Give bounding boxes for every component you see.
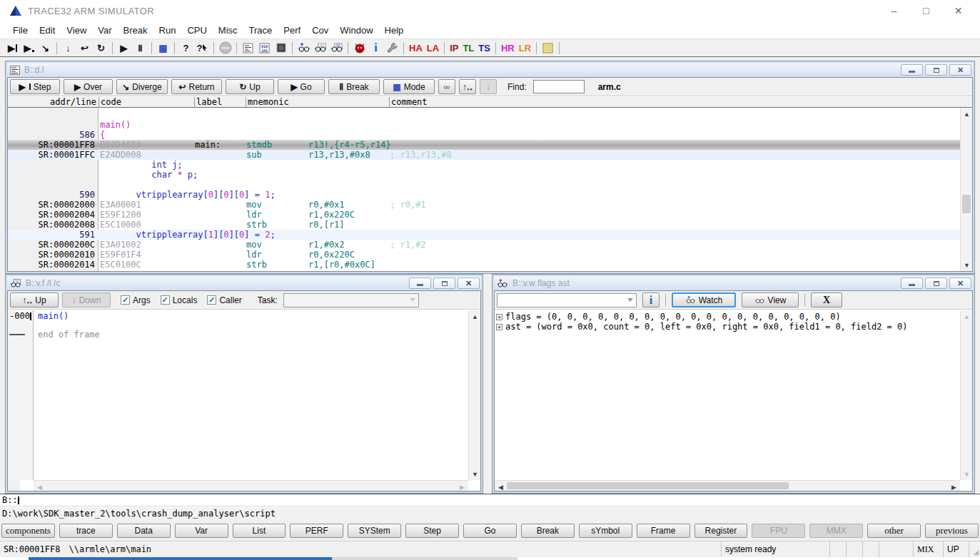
listing-row[interactable]: SR:0000200CE3A01002movr1,#0x2; r1,#2 xyxy=(8,240,960,250)
watch-content[interactable]: +flags = (0, 0, 0, 0, 0, 0, 0, 0, 0, 0, … xyxy=(495,310,960,480)
softkey-var[interactable]: Var xyxy=(175,524,228,538)
frame-hscrollbar[interactable]: ◀ ▶ xyxy=(34,480,468,491)
delete-watch-button[interactable]: X xyxy=(811,292,842,307)
menu-item-run[interactable]: Run xyxy=(153,23,182,38)
scroll-up-icon[interactable]: ▲ xyxy=(961,310,973,322)
softkey-system[interactable]: SYStem xyxy=(348,524,401,538)
listing-row[interactable]: 590 vtripplearray[0][0][0] = 1; xyxy=(8,190,960,200)
menu-item-window[interactable]: Window xyxy=(334,23,378,38)
menu-item-file[interactable]: File xyxy=(7,23,34,38)
scroll-left-icon[interactable]: ◀ xyxy=(34,481,46,492)
view-stack-icon[interactable] xyxy=(328,41,345,56)
grid-icon[interactable] xyxy=(540,41,556,56)
view-button[interactable]: View xyxy=(742,292,799,307)
la-button[interactable]: LA xyxy=(425,43,441,54)
ts-button[interactable]: TS xyxy=(476,43,492,54)
listing-over-button[interactable]: ▶Over xyxy=(64,79,113,94)
listing-diverge-button[interactable]: ↘Diverge xyxy=(116,79,168,94)
expand-plus-icon[interactable]: + xyxy=(496,314,502,320)
frame-window-titlebar[interactable]: B::v.f /l /c ✕ xyxy=(7,276,481,290)
status-updown-cell[interactable]: UP xyxy=(944,541,969,557)
context-help-icon[interactable]: ? xyxy=(194,41,211,56)
chip-icon[interactable] xyxy=(273,41,289,56)
scroll-right-icon[interactable]: ▶ xyxy=(456,481,468,492)
listing-row[interactable]: int j; xyxy=(8,160,960,170)
step-into-icon[interactable]: ▶ xyxy=(4,41,21,56)
resize-grip[interactable]: ◢ xyxy=(969,541,980,557)
watch-add-icon[interactable] xyxy=(295,41,312,56)
scroll-down-icon[interactable]: ▼ xyxy=(961,468,973,480)
view-var-icon[interactable] xyxy=(312,41,328,56)
listing-goup-button[interactable]: ↑‥ xyxy=(459,79,476,94)
listing-row[interactable]: SR:00002014E5C0100Cstrbr1,[r0,#0x0C] xyxy=(8,260,960,270)
softkey-go[interactable]: Go xyxy=(463,524,517,538)
listing-up-button[interactable]: ↻Up xyxy=(226,79,274,94)
frame-up-button[interactable]: ↑‥Up xyxy=(10,292,59,307)
softkey-step[interactable]: Step xyxy=(405,524,459,538)
watch-window-titlebar[interactable]: B::v.w flags ast ✕ xyxy=(494,276,973,290)
step-over-icon[interactable]: ▶ xyxy=(21,41,37,56)
menu-item-view[interactable]: View xyxy=(61,23,92,38)
listing-window-titlebar[interactable]: B::d.l ✕ xyxy=(7,63,973,77)
softkey-register[interactable]: Register xyxy=(694,524,748,538)
scroll-down-icon[interactable]: ▼ xyxy=(961,259,973,271)
menu-item-cpu[interactable]: CPU xyxy=(181,23,212,38)
scroll-up-icon[interactable]: ▲ xyxy=(469,310,481,322)
expression-combobox[interactable] xyxy=(497,293,637,307)
breakpoint-list-icon[interactable] xyxy=(351,41,368,56)
listing-vscrollbar[interactable]: ▲ ▼ xyxy=(960,108,972,271)
scroll-right-icon[interactable]: ▶ xyxy=(948,481,960,492)
scroll-up-icon[interactable]: ▲ xyxy=(961,108,973,120)
command-input-line[interactable]: B:: xyxy=(0,494,980,506)
listing-row[interactable]: 591 vtripplearray[1][0][0] = 2; xyxy=(8,230,960,240)
frame-restore-button[interactable] xyxy=(433,278,455,289)
tl-button[interactable]: TL xyxy=(460,43,476,54)
softkey-perf[interactable]: PERF xyxy=(290,524,343,538)
listing-row[interactable]: 586{ xyxy=(8,130,960,140)
softkey-symbol[interactable]: sYmbol xyxy=(579,524,632,538)
frame-content[interactable]: -000main()end of frame xyxy=(8,310,468,480)
step-down-icon[interactable]: ↓ xyxy=(60,41,76,56)
lr-button[interactable]: LR xyxy=(517,43,533,54)
listing-return-button[interactable]: ↩Return xyxy=(171,79,222,94)
close-button[interactable]: ✕ xyxy=(942,0,974,21)
listing-break-button[interactable]: ⅡBreak xyxy=(328,79,380,94)
softkey-trace[interactable]: trace xyxy=(59,524,113,538)
watch-minimize-button[interactable] xyxy=(901,278,923,289)
watch-info-button[interactable]: i xyxy=(642,292,660,307)
menu-item-var[interactable]: Var xyxy=(92,23,117,38)
listing-close-button[interactable]: ✕ xyxy=(949,64,971,76)
listing-restore-button[interactable] xyxy=(925,64,947,76)
scroll-thumb[interactable] xyxy=(962,195,971,213)
scroll-thumb[interactable] xyxy=(507,482,789,489)
softkey-frame[interactable]: Frame xyxy=(637,524,690,538)
softkey-break[interactable]: Break xyxy=(521,524,575,538)
help-icon[interactable]: ? xyxy=(178,41,194,56)
watch-restore-button[interactable] xyxy=(925,278,947,289)
scroll-down-icon[interactable]: ▼ xyxy=(469,468,481,480)
mode-icon[interactable]: ▦ xyxy=(155,41,171,56)
list-icon[interactable] xyxy=(240,41,256,56)
watch-vscrollbar[interactable]: ▲ ▼ xyxy=(960,310,972,480)
softkey-components[interactable]: components xyxy=(1,524,55,538)
tools-icon[interactable] xyxy=(384,41,400,56)
listing-row[interactable] xyxy=(8,110,960,120)
step-diverge-icon[interactable]: ↘ xyxy=(37,41,54,56)
softkey-list[interactable]: List xyxy=(233,524,286,538)
watch-hscrollbar[interactable]: ◀ ▶ xyxy=(495,480,960,491)
step-return-icon[interactable]: ↩ xyxy=(76,41,93,56)
listing-row[interactable]: SR:00002008E5C10000strbr0,[r1] xyxy=(8,220,960,230)
softkey-other[interactable]: other xyxy=(867,524,921,538)
frame-minimize-button[interactable] xyxy=(409,278,431,289)
listing-view-icon[interactable] xyxy=(438,79,455,94)
menu-item-break[interactable]: Break xyxy=(118,23,153,38)
go-icon[interactable]: ▶ xyxy=(116,41,132,56)
info-icon[interactable]: i xyxy=(368,41,384,56)
frame-row[interactable]: -000main() xyxy=(8,312,468,321)
listing-go-button[interactable]: ▶Go xyxy=(278,79,325,94)
watch-button[interactable]: Watch xyxy=(672,292,736,307)
minimize-button[interactable]: – xyxy=(878,0,910,21)
menu-item-edit[interactable]: Edit xyxy=(34,23,61,38)
listing-row[interactable]: SR:00002000E3A00001movr0,#0x1; r0,#1 xyxy=(8,200,960,210)
menu-item-trace[interactable]: Trace xyxy=(243,23,278,38)
